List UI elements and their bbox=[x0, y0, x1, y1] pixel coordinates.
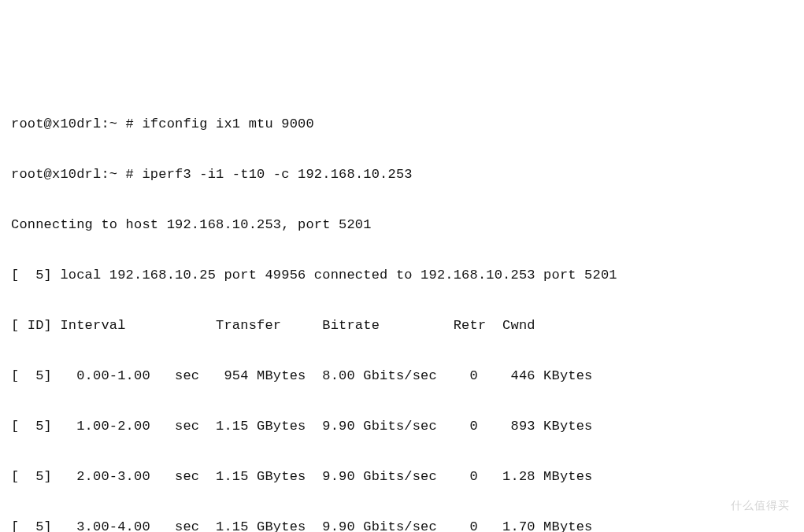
interval-header: [ ID] Interval Transfer Bitrate Retr Cwn… bbox=[11, 313, 793, 338]
shell-prompt: root@x10drl:~ # bbox=[11, 116, 142, 131]
command-iperf3: iperf3 -i1 -t10 -c 192.168.10.253 bbox=[142, 167, 412, 182]
connecting-line: Connecting to host 192.168.10.253, port … bbox=[11, 212, 793, 238]
table-row: [ 5] 2.00-3.00 sec 1.15 GBytes 9.90 Gbit… bbox=[11, 464, 793, 490]
prompt-line-2: root@x10drl:~ # iperf3 -i1 -t10 -c 192.1… bbox=[11, 162, 793, 187]
table-row: [ 5] 3.00-4.00 sec 1.15 GBytes 9.90 Gbit… bbox=[11, 515, 793, 532]
table-row: [ 5] 1.00-2.00 sec 1.15 GBytes 9.90 Gbit… bbox=[11, 414, 793, 439]
command-ifconfig: ifconfig ix1 mtu 9000 bbox=[142, 116, 313, 131]
prompt-line-1: root@x10drl:~ # ifconfig ix1 mtu 9000 bbox=[11, 112, 793, 137]
local-line: [ 5] local 192.168.10.25 port 49956 conn… bbox=[11, 263, 793, 288]
table-row: [ 5] 0.00-1.00 sec 954 MBytes 8.00 Gbits… bbox=[11, 364, 793, 389]
shell-prompt: root@x10drl:~ # bbox=[11, 167, 142, 182]
